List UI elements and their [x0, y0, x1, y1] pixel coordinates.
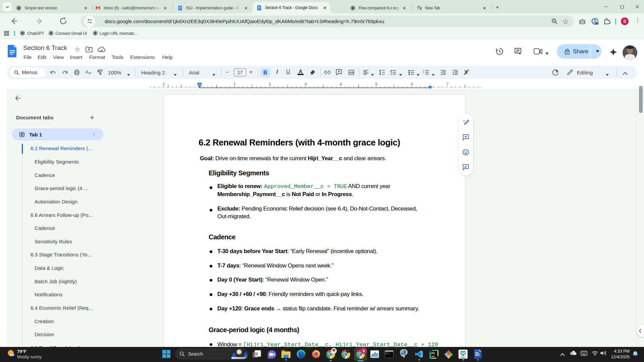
svg-text:2: 2: [423, 71, 424, 74]
svg-text:A: A: [86, 69, 89, 74]
svg-text:PC: PC: [431, 352, 435, 355]
svg-text:TaskPro: TaskPro: [460, 357, 466, 358]
svg-text:C:\_: C:\_: [385, 353, 391, 355]
